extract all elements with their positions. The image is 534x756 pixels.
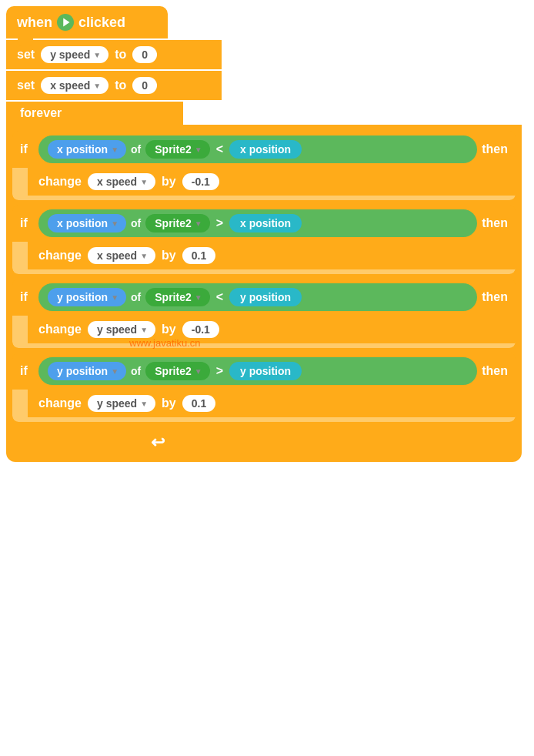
when-clicked-block[interactable]: when clicked [6, 6, 168, 38]
x-pos-right-pill-1[interactable]: x position [229, 214, 302, 232]
operator-3: > [216, 364, 223, 378]
x-pos-right-label-1: x position [240, 217, 291, 229]
change-block-3[interactable]: change y speed ▼ by 0.1 [28, 390, 516, 417]
operator-0: < [216, 142, 223, 156]
then-label-0: then [482, 142, 508, 156]
y-pos-left-pill-2[interactable]: y position ▼ [48, 288, 126, 306]
change-label-3: change [38, 396, 82, 410]
by-label-3: by [162, 396, 176, 410]
then-label-3: then [482, 364, 508, 378]
loop-arrow: ↩ [12, 427, 516, 456]
sprite2-label-0: Sprite2 [155, 143, 191, 156]
xspeed-value[interactable]: 0 [132, 77, 157, 94]
xspeed-arrow-icon: ▼ [93, 82, 101, 90]
change-label-0: change [38, 175, 82, 189]
yspeed-dropdown[interactable]: y speed ▼ [41, 46, 108, 63]
change-value-1[interactable]: 0.1 [182, 247, 215, 264]
change-label-1: change [38, 249, 82, 263]
x-pos-left-arrow-0: ▼ [111, 146, 118, 154]
sprite2-pill-2[interactable]: Sprite2 ▼ [145, 288, 209, 306]
x-pos-left-arrow-1: ▼ [111, 219, 118, 228]
if-block-0: if x position ▼ of Sprite2 ▼ < [12, 131, 516, 200]
change-arrow-1: ▼ [140, 252, 148, 260]
of-label-0: of [131, 143, 141, 156]
if-row-0: if x position ▼ of Sprite2 ▼ < [12, 131, 516, 168]
of-label-1: of [131, 217, 141, 229]
xspeed-dropdown[interactable]: x speed ▼ [41, 77, 108, 94]
y-pos-left-label-3: y position [57, 365, 108, 377]
change-var-pill-1[interactable]: x speed ▼ [88, 247, 155, 264]
sprite2-pill-0[interactable]: Sprite2 ▼ [145, 140, 209, 159]
condition-3: y position ▼ of Sprite2 ▼ > y position [38, 357, 477, 385]
sprite2-label-3: Sprite2 [155, 365, 191, 377]
forever-block: forever [6, 102, 183, 125]
y-pos-right-label-2: y position [240, 291, 291, 303]
yspeed-value[interactable]: 0 [132, 46, 157, 63]
change-var-3: y speed [97, 397, 137, 410]
by-label-0: by [162, 175, 176, 189]
of-label-2: of [131, 291, 141, 303]
x-pos-left-label-1: x position [57, 217, 108, 229]
if-inner-0: change x speed ▼ by -0.1 [12, 168, 516, 200]
if-row-1: if x position ▼ of Sprite2 ▼ > [12, 205, 516, 242]
if-inner-1: change x speed ▼ by 0.1 [12, 242, 516, 274]
y-pos-right-pill-3[interactable]: y position [229, 362, 302, 380]
change-block-0[interactable]: change x speed ▼ by -0.1 [28, 168, 516, 196]
y-pos-left-pill-3[interactable]: y position ▼ [48, 362, 126, 380]
set-label-2: set [17, 79, 35, 92]
change-var-pill-2[interactable]: y speed ▼ [88, 321, 155, 338]
sprite2-arrow-1: ▼ [195, 219, 202, 228]
operator-1: > [216, 216, 223, 230]
change-value-3[interactable]: 0.1 [182, 395, 215, 412]
y-pos-left-arrow-3: ▼ [111, 367, 118, 376]
x-pos-left-label-0: x position [57, 143, 108, 156]
forever-body: if x position ▼ of Sprite2 ▼ < [6, 125, 522, 462]
x-pos-left-pill-1[interactable]: x position ▼ [48, 214, 126, 232]
if-label-2: if [20, 290, 34, 304]
of-label-3: of [131, 365, 141, 377]
change-block-1[interactable]: change x speed ▼ by 0.1 [28, 242, 516, 269]
sprite2-arrow-3: ▼ [195, 367, 202, 376]
sprite2-pill-1[interactable]: Sprite2 ▼ [145, 214, 209, 232]
set-xspeed-block[interactable]: set x speed ▼ to 0 [6, 71, 222, 100]
if-inner-2: change y speed ▼ by -0.1 [12, 316, 516, 348]
change-block-2[interactable]: change y speed ▼ by -0.1 [28, 316, 516, 343]
if-inner-3: change y speed ▼ by 0.1 [12, 390, 516, 422]
if-label-3: if [20, 364, 34, 378]
by-label-2: by [162, 323, 176, 336]
condition-2: y position ▼ of Sprite2 ▼ < y position [38, 283, 477, 311]
sprite2-label-1: Sprite2 [155, 217, 191, 229]
if-block-1: if x position ▼ of Sprite2 ▼ > [12, 205, 516, 274]
y-pos-right-pill-2[interactable]: y position [229, 288, 302, 306]
sprite2-arrow-2: ▼ [195, 293, 202, 302]
then-label-2: then [482, 290, 508, 304]
by-label-1: by [162, 249, 176, 263]
operator-2: < [216, 290, 223, 304]
change-arrow-2: ▼ [140, 326, 148, 334]
x-pos-left-pill-0[interactable]: x position ▼ [48, 140, 126, 159]
clicked-label: clicked [78, 15, 125, 31]
change-var-pill-0[interactable]: x speed ▼ [88, 173, 155, 190]
sprite2-label-2: Sprite2 [155, 291, 191, 303]
change-var-pill-3[interactable]: y speed ▼ [88, 395, 155, 412]
change-value-0[interactable]: -0.1 [182, 173, 219, 190]
x-pos-right-label-0: x position [240, 143, 291, 156]
if-label-0: if [20, 142, 34, 156]
y-pos-right-label-3: y position [240, 365, 291, 377]
x-pos-right-pill-0[interactable]: x position [229, 140, 302, 159]
if-row-2: if y position ▼ of Sprite2 ▼ < [12, 279, 516, 316]
if-row-3: if y position ▼ of Sprite2 ▼ > [12, 353, 516, 390]
if-label-1: if [20, 216, 34, 230]
scratch-block-stack: when clicked set y speed ▼ to 0 set x [6, 6, 522, 462]
change-var-0: x speed [97, 176, 137, 188]
green-flag-icon [57, 14, 74, 31]
y-pos-left-label-2: y position [57, 291, 108, 303]
set-label-1: set [17, 48, 35, 62]
sprite2-arrow-0: ▼ [195, 146, 202, 154]
set-yspeed-block[interactable]: set y speed ▼ to 0 [6, 40, 222, 69]
sprite2-pill-3[interactable]: Sprite2 ▼ [145, 362, 209, 380]
condition-0: x position ▼ of Sprite2 ▼ < x position [38, 135, 477, 163]
change-value-2[interactable]: -0.1 [182, 321, 219, 338]
to-label-1: to [115, 48, 126, 62]
change-label-2: change [38, 323, 82, 336]
